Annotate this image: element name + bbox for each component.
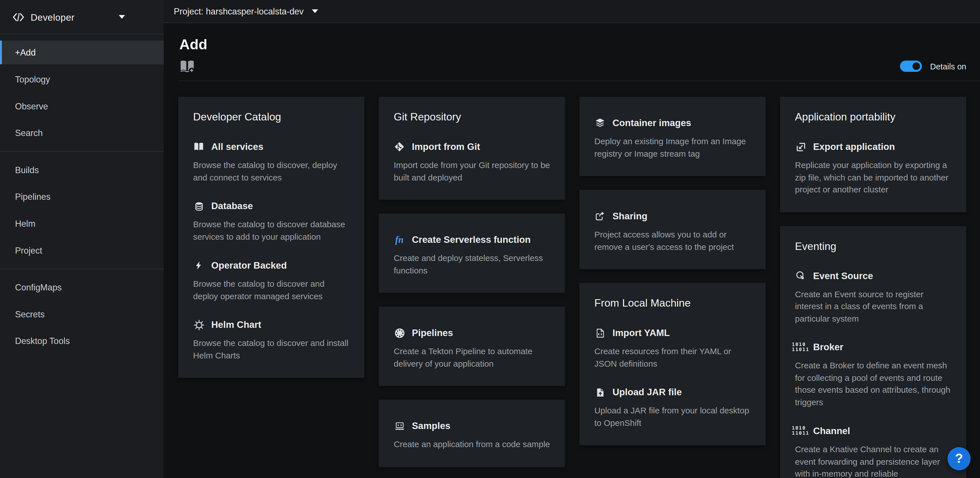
card-item-link-channel[interactable]: 101011011Channel bbox=[795, 425, 951, 437]
sidebar-item-topology[interactable]: Topology bbox=[0, 67, 164, 91]
card-item-link-helm-chart[interactable]: Helm Chart bbox=[193, 319, 349, 331]
upload-jar-icon bbox=[596, 387, 604, 397]
card-item-label: Sharing bbox=[612, 210, 648, 222]
card-git-repository: Git RepositoryImport from GitImport code… bbox=[379, 97, 565, 200]
card-item-pipelines: PipelinesCreate a Tekton Pipeline to aut… bbox=[394, 327, 550, 370]
card-item-sharing: SharingProject access allows you to add … bbox=[594, 210, 751, 253]
perspective-switcher[interactable]: Developer bbox=[0, 0, 164, 34]
card-item-event-source: Event SourceCreate an Event source to re… bbox=[795, 270, 951, 325]
card-application-portability: Application portabilityExport applicatio… bbox=[780, 97, 966, 212]
card-item-link-samples[interactable]: Samples bbox=[394, 420, 550, 432]
card-title: Git Repository bbox=[394, 111, 550, 124]
helm-icon bbox=[193, 319, 204, 330]
sidebar-item-secrets[interactable]: Secrets bbox=[0, 302, 164, 326]
details-toggle-group: Details on bbox=[900, 60, 966, 72]
card-item-description: Browse the catalog to discover and deplo… bbox=[193, 278, 349, 302]
channel-icon: 101011011 bbox=[792, 426, 810, 435]
card-item-description: Upload a JAR file from your local deskto… bbox=[594, 405, 751, 429]
card-item-label: Export application bbox=[813, 141, 895, 153]
sidebar-item-builds[interactable]: Builds bbox=[0, 158, 164, 182]
card-item-operator-backed: Operator BackedBrowse the catalog to dis… bbox=[193, 259, 349, 302]
card-item-channel: 101011011ChannelCreate a Knative Channel… bbox=[795, 425, 951, 478]
card-item-link-pipelines[interactable]: Pipelines bbox=[394, 327, 550, 339]
page-title: Add bbox=[180, 36, 966, 53]
details-toggle-label: Details on bbox=[930, 62, 966, 71]
details-toggle-switch[interactable] bbox=[900, 60, 922, 72]
card-item-description: Import code from your Git repository to … bbox=[394, 159, 550, 184]
event-source-icon bbox=[796, 271, 806, 281]
card-item-link-upload-jar-file[interactable]: Upload JAR file bbox=[594, 386, 751, 399]
card-item-label: Event Source bbox=[813, 270, 873, 282]
caret-down-icon bbox=[119, 15, 125, 19]
database-icon bbox=[194, 202, 203, 211]
card-item-samples: SamplesCreate an application from a code… bbox=[394, 420, 550, 451]
book-plus-icon bbox=[180, 59, 195, 73]
card-item-link-event-source[interactable]: Event Source bbox=[795, 270, 951, 282]
sharing-icon bbox=[595, 211, 605, 221]
card-item-description: Create a Broker to define an event mesh … bbox=[795, 360, 951, 408]
help-button[interactable]: ? bbox=[947, 447, 970, 470]
card-item-description: Create a Knative Channel to create an ev… bbox=[795, 443, 951, 478]
card-item-link-operator-backed[interactable]: Operator Backed bbox=[193, 259, 349, 272]
sidebar-item-project[interactable]: Project bbox=[0, 238, 164, 262]
card-container-images: Container imagesDeploy an existing Image… bbox=[579, 97, 765, 176]
card-sharing: SharingProject access allows you to add … bbox=[579, 190, 765, 269]
sidebar-item-add[interactable]: +Add bbox=[0, 41, 164, 64]
main-content: Add Details on Developer CatalogAll serv… bbox=[164, 22, 980, 478]
card-item-broker: 101011011BrokerCreate a Broker to define… bbox=[795, 341, 951, 408]
open-book-icon bbox=[194, 142, 204, 152]
card-item-upload-jar-file: Upload JAR fileUpload a JAR file from yo… bbox=[594, 386, 751, 429]
quick-starts-button[interactable] bbox=[180, 59, 195, 73]
sidebar-item-pipelines[interactable]: Pipelines bbox=[0, 185, 164, 208]
sidebar-item-observe[interactable]: Observe bbox=[0, 94, 164, 118]
caret-down-icon bbox=[312, 10, 318, 13]
card-item-label: Broker bbox=[813, 341, 843, 353]
card-item-import-from-git: Import from GitImport code from your Git… bbox=[394, 141, 550, 184]
sidebar-item-helm[interactable]: Helm bbox=[0, 212, 164, 235]
card-item-description: Create resources from their YAML or JSON… bbox=[594, 345, 751, 370]
card-item-export-application: Export applicationReplicate your applica… bbox=[795, 141, 951, 196]
card-item-label: Channel bbox=[813, 425, 850, 437]
card-item-link-create-serverless-function[interactable]: fnCreate Serverless function bbox=[394, 233, 550, 246]
card-item-label: Database bbox=[211, 200, 253, 212]
card-item-label: Import YAML bbox=[612, 327, 670, 339]
card-item-description: Create a Tekton Pipeline to automate del… bbox=[394, 345, 550, 370]
sidebar-item-desktop-tools[interactable]: Desktop Tools bbox=[0, 329, 164, 353]
card-item-link-container-images[interactable]: Container images bbox=[594, 117, 751, 129]
toggle-knob bbox=[913, 62, 920, 70]
card-title: From Local Machine bbox=[594, 297, 751, 310]
sidebar-item-search[interactable]: Search bbox=[0, 121, 164, 145]
samples-icon bbox=[394, 422, 405, 430]
serverless-fn-icon: fn bbox=[395, 235, 404, 244]
card-item-label: Import from Git bbox=[412, 141, 480, 153]
card-item-description: Create an Event source to register inter… bbox=[795, 288, 951, 325]
card-item-description: Replicate your application by exporting … bbox=[795, 159, 951, 196]
card-item-link-import-from-git[interactable]: Import from Git bbox=[394, 141, 550, 153]
card-title: Application portability bbox=[795, 111, 951, 124]
card-item-description: Deploy an existing Image from an Image r… bbox=[594, 135, 751, 160]
card-item-description: Create an application from a code sample bbox=[394, 438, 550, 451]
card-item-label: Pipelines bbox=[412, 327, 453, 339]
project-selector-bar[interactable]: Project: harshcasper-localsta-dev bbox=[164, 0, 980, 23]
card-eventing: EventingEvent SourceCreate an Event sour… bbox=[780, 226, 966, 478]
project-selector-label: Project: harshcasper-localsta-dev bbox=[174, 6, 304, 16]
add-cards-grid: Developer CatalogAll servicesBrowse the … bbox=[164, 81, 980, 478]
card-item-link-all-services[interactable]: All services bbox=[193, 141, 349, 153]
card-developer-catalog: Developer CatalogAll servicesBrowse the … bbox=[178, 97, 364, 378]
import-yaml-icon bbox=[596, 328, 604, 337]
sidebar-group-divider bbox=[0, 268, 164, 269]
card-item-create-serverless-function: fnCreate Serverless functionCreate and d… bbox=[394, 233, 550, 276]
card-from-local-machine: From Local MachineImport YAMLCreate reso… bbox=[579, 283, 765, 445]
card-item-description: Create and deploy stateless, Serverless … bbox=[394, 252, 550, 276]
card-create-serverless-function: fnCreate Serverless functionCreate and d… bbox=[379, 214, 565, 293]
card-item-link-export-application[interactable]: Export application bbox=[795, 141, 951, 153]
sidebar-group-divider bbox=[0, 151, 164, 152]
broker-icon: 101011011 bbox=[792, 343, 810, 352]
card-item-link-import-yaml[interactable]: Import YAML bbox=[594, 327, 751, 339]
card-item-link-sharing[interactable]: Sharing bbox=[594, 210, 751, 222]
card-column: Developer CatalogAll servicesBrowse the … bbox=[178, 97, 364, 378]
card-item-link-broker[interactable]: 101011011Broker bbox=[795, 341, 951, 353]
card-item-link-database[interactable]: Database bbox=[193, 200, 349, 212]
sidebar-item-configmaps[interactable]: ConfigMaps bbox=[0, 275, 164, 299]
code-icon bbox=[13, 13, 24, 21]
